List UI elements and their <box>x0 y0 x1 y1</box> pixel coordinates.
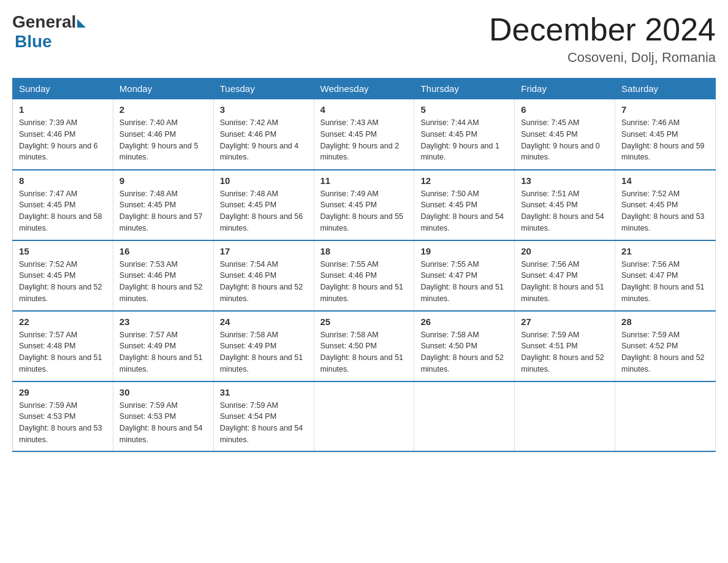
week-row-2: 8 Sunrise: 7:47 AMSunset: 4:45 PMDayligh… <box>13 170 716 240</box>
day-info: Sunrise: 7:57 AMSunset: 4:48 PMDaylight:… <box>19 329 107 375</box>
day-info: Sunrise: 7:59 AMSunset: 4:53 PMDaylight:… <box>19 400 107 446</box>
day-info: Sunrise: 7:54 AMSunset: 4:46 PMDaylight:… <box>220 259 308 305</box>
day-number: 31 <box>220 387 308 397</box>
day-number: 22 <box>19 316 107 327</box>
week-row-4: 22 Sunrise: 7:57 AMSunset: 4:48 PMDaylig… <box>13 311 716 381</box>
day-number: 29 <box>19 387 107 397</box>
calendar-cell: 18 Sunrise: 7:55 AMSunset: 4:46 PMDaylig… <box>314 240 414 311</box>
calendar-cell: 16 Sunrise: 7:53 AMSunset: 4:46 PMDaylig… <box>113 240 213 311</box>
calendar-cell: 21 Sunrise: 7:56 AMSunset: 4:47 PMDaylig… <box>615 240 716 311</box>
logo-arrow-icon <box>77 19 86 28</box>
column-header-wednesday: Wednesday <box>314 79 414 99</box>
day-number: 18 <box>320 246 408 256</box>
day-number: 8 <box>19 175 107 186</box>
calendar-cell <box>615 381 716 451</box>
page-header: General Blue December 2024 Cosoveni, Dol… <box>12 12 716 66</box>
day-number: 28 <box>621 316 709 327</box>
day-info: Sunrise: 7:52 AMSunset: 4:45 PMDaylight:… <box>621 188 709 234</box>
calendar-cell: 24 Sunrise: 7:58 AMSunset: 4:49 PMDaylig… <box>213 311 314 381</box>
calendar-cell: 4 Sunrise: 7:43 AMSunset: 4:45 PMDayligh… <box>314 99 414 170</box>
calendar-cell: 10 Sunrise: 7:48 AMSunset: 4:45 PMDaylig… <box>213 170 314 240</box>
calendar-cell: 15 Sunrise: 7:52 AMSunset: 4:45 PMDaylig… <box>13 240 113 311</box>
logo-blue-text: Blue <box>15 32 52 52</box>
day-number: 19 <box>420 246 508 256</box>
day-number: 3 <box>220 104 308 115</box>
calendar-cell: 31 Sunrise: 7:59 AMSunset: 4:54 PMDaylig… <box>213 381 314 451</box>
day-info: Sunrise: 7:45 AMSunset: 4:45 PMDaylight:… <box>521 117 609 163</box>
day-number: 17 <box>220 246 308 256</box>
day-number: 4 <box>320 104 408 115</box>
day-info: Sunrise: 7:56 AMSunset: 4:47 PMDaylight:… <box>521 259 609 305</box>
calendar-cell: 9 Sunrise: 7:48 AMSunset: 4:45 PMDayligh… <box>113 170 213 240</box>
calendar-cell: 2 Sunrise: 7:40 AMSunset: 4:46 PMDayligh… <box>113 99 213 170</box>
day-number: 27 <box>521 316 609 327</box>
calendar-cell: 17 Sunrise: 7:54 AMSunset: 4:46 PMDaylig… <box>213 240 314 311</box>
week-row-1: 1 Sunrise: 7:39 AMSunset: 4:46 PMDayligh… <box>13 99 716 170</box>
day-number: 6 <box>521 104 609 115</box>
title-block: December 2024 Cosoveni, Dolj, Romania <box>489 12 716 66</box>
day-info: Sunrise: 7:44 AMSunset: 4:45 PMDaylight:… <box>420 117 508 163</box>
calendar-cell <box>414 381 515 451</box>
calendar-cell: 8 Sunrise: 7:47 AMSunset: 4:45 PMDayligh… <box>13 170 113 240</box>
calendar-cell: 30 Sunrise: 7:59 AMSunset: 4:53 PMDaylig… <box>113 381 213 451</box>
day-info: Sunrise: 7:39 AMSunset: 4:46 PMDaylight:… <box>19 117 107 163</box>
calendar-cell: 26 Sunrise: 7:58 AMSunset: 4:50 PMDaylig… <box>414 311 515 381</box>
calendar-cell <box>314 381 414 451</box>
day-info: Sunrise: 7:59 AMSunset: 4:51 PMDaylight:… <box>521 329 609 375</box>
day-number: 14 <box>621 175 709 186</box>
week-row-5: 29 Sunrise: 7:59 AMSunset: 4:53 PMDaylig… <box>13 381 716 451</box>
calendar-cell: 22 Sunrise: 7:57 AMSunset: 4:48 PMDaylig… <box>13 311 113 381</box>
calendar-cell: 20 Sunrise: 7:56 AMSunset: 4:47 PMDaylig… <box>515 240 615 311</box>
day-info: Sunrise: 7:52 AMSunset: 4:45 PMDaylight:… <box>19 259 107 305</box>
calendar-cell: 14 Sunrise: 7:52 AMSunset: 4:45 PMDaylig… <box>615 170 716 240</box>
column-header-saturday: Saturday <box>615 79 716 99</box>
day-number: 16 <box>119 246 207 256</box>
day-number: 13 <box>521 175 609 186</box>
day-number: 12 <box>420 175 508 186</box>
column-header-tuesday: Tuesday <box>213 79 314 99</box>
calendar-cell: 27 Sunrise: 7:59 AMSunset: 4:51 PMDaylig… <box>515 311 615 381</box>
calendar-cell: 11 Sunrise: 7:49 AMSunset: 4:45 PMDaylig… <box>314 170 414 240</box>
calendar-cell: 29 Sunrise: 7:59 AMSunset: 4:53 PMDaylig… <box>13 381 113 451</box>
column-header-friday: Friday <box>515 79 615 99</box>
day-number: 2 <box>119 104 207 115</box>
day-info: Sunrise: 7:58 AMSunset: 4:50 PMDaylight:… <box>420 329 508 375</box>
calendar-cell: 7 Sunrise: 7:46 AMSunset: 4:45 PMDayligh… <box>615 99 716 170</box>
day-number: 15 <box>19 246 107 256</box>
calendar-cell: 5 Sunrise: 7:44 AMSunset: 4:45 PMDayligh… <box>414 99 515 170</box>
day-info: Sunrise: 7:57 AMSunset: 4:49 PMDaylight:… <box>119 329 207 375</box>
calendar-cell <box>515 381 615 451</box>
day-info: Sunrise: 7:59 AMSunset: 4:54 PMDaylight:… <box>220 400 308 446</box>
day-info: Sunrise: 7:48 AMSunset: 4:45 PMDaylight:… <box>220 188 308 234</box>
day-info: Sunrise: 7:42 AMSunset: 4:46 PMDaylight:… <box>220 117 308 163</box>
calendar-cell: 12 Sunrise: 7:50 AMSunset: 4:45 PMDaylig… <box>414 170 515 240</box>
header-row: SundayMondayTuesdayWednesdayThursdayFrid… <box>13 79 716 99</box>
column-header-monday: Monday <box>113 79 213 99</box>
day-info: Sunrise: 7:56 AMSunset: 4:47 PMDaylight:… <box>621 259 709 305</box>
calendar-cell: 23 Sunrise: 7:57 AMSunset: 4:49 PMDaylig… <box>113 311 213 381</box>
day-info: Sunrise: 7:55 AMSunset: 4:46 PMDaylight:… <box>320 259 408 305</box>
day-info: Sunrise: 7:51 AMSunset: 4:45 PMDaylight:… <box>521 188 609 234</box>
week-row-3: 15 Sunrise: 7:52 AMSunset: 4:45 PMDaylig… <box>13 240 716 311</box>
day-number: 7 <box>621 104 709 115</box>
day-number: 26 <box>420 316 508 327</box>
day-info: Sunrise: 7:47 AMSunset: 4:45 PMDaylight:… <box>19 188 107 234</box>
day-info: Sunrise: 7:58 AMSunset: 4:50 PMDaylight:… <box>320 329 408 375</box>
day-number: 9 <box>119 175 207 186</box>
calendar-table: SundayMondayTuesdayWednesdayThursdayFrid… <box>12 78 716 452</box>
calendar-cell: 25 Sunrise: 7:58 AMSunset: 4:50 PMDaylig… <box>314 311 414 381</box>
calendar-cell: 28 Sunrise: 7:59 AMSunset: 4:52 PMDaylig… <box>615 311 716 381</box>
logo-general-text: General <box>12 12 76 32</box>
calendar-cell: 13 Sunrise: 7:51 AMSunset: 4:45 PMDaylig… <box>515 170 615 240</box>
day-info: Sunrise: 7:59 AMSunset: 4:52 PMDaylight:… <box>621 329 709 375</box>
day-info: Sunrise: 7:40 AMSunset: 4:46 PMDaylight:… <box>119 117 207 163</box>
day-info: Sunrise: 7:59 AMSunset: 4:53 PMDaylight:… <box>119 400 207 446</box>
day-number: 20 <box>521 246 609 256</box>
column-header-thursday: Thursday <box>414 79 515 99</box>
day-info: Sunrise: 7:53 AMSunset: 4:46 PMDaylight:… <box>119 259 207 305</box>
day-number: 25 <box>320 316 408 327</box>
day-info: Sunrise: 7:48 AMSunset: 4:45 PMDaylight:… <box>119 188 207 234</box>
calendar-cell: 6 Sunrise: 7:45 AMSunset: 4:45 PMDayligh… <box>515 99 615 170</box>
day-number: 23 <box>119 316 207 327</box>
day-info: Sunrise: 7:46 AMSunset: 4:45 PMDaylight:… <box>621 117 709 163</box>
